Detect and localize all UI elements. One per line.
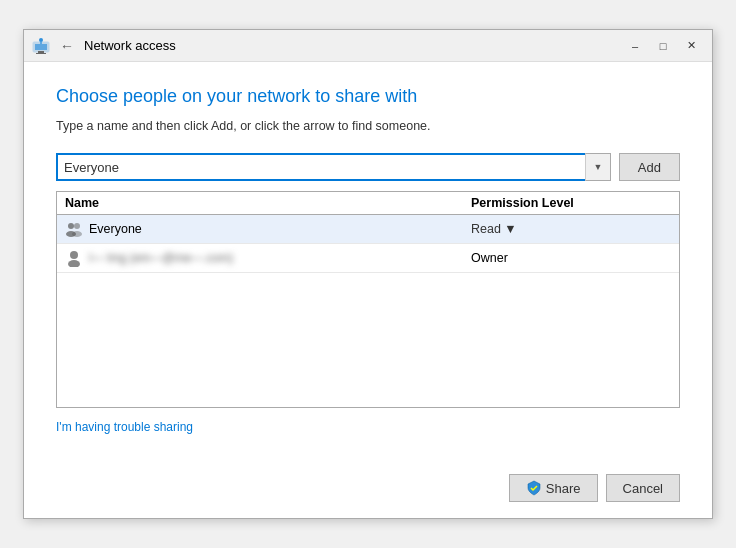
- col-name-header: Name: [65, 196, 471, 210]
- svg-point-4: [39, 38, 43, 42]
- svg-point-9: [72, 231, 82, 237]
- read-dropdown[interactable]: Read ▼: [471, 222, 517, 236]
- shield-icon: [526, 480, 542, 496]
- combobox-wrap: ▼: [56, 153, 611, 181]
- trouble-sharing-link[interactable]: I'm having trouble sharing: [56, 420, 680, 434]
- user-icon: [65, 249, 83, 267]
- user-permission: Owner: [471, 251, 671, 265]
- permissions-table: Name Permission Level Everyone Read ▼: [56, 191, 680, 408]
- share-label: Share: [546, 481, 581, 496]
- table-row: Everyone Read ▼: [57, 215, 679, 244]
- add-button[interactable]: Add: [619, 153, 680, 181]
- add-row: ▼ Add: [56, 153, 680, 181]
- share-button[interactable]: Share: [509, 474, 598, 502]
- title-bar-controls: – □ ✕: [622, 36, 704, 56]
- row-name-user: l— lmg (em—@me—.com): [65, 249, 471, 267]
- minimize-button[interactable]: –: [622, 36, 648, 56]
- title-bar-left: ← Network access: [32, 37, 176, 55]
- cancel-button[interactable]: Cancel: [606, 474, 680, 502]
- back-button[interactable]: ←: [56, 38, 78, 54]
- user-name-label: l— lmg (em—@me—.com): [89, 251, 233, 265]
- network-access-window: ← Network access – □ ✕ Choose people on …: [23, 29, 713, 519]
- window-title: Network access: [84, 38, 176, 53]
- owner-label: Owner: [471, 251, 508, 265]
- everyone-permission: Read ▼: [471, 222, 671, 236]
- svg-point-7: [74, 223, 80, 229]
- col-perm-header: Permission Level: [471, 196, 671, 210]
- svg-point-6: [68, 223, 74, 229]
- group-icon: [65, 220, 83, 238]
- window-icon: [32, 37, 50, 55]
- svg-point-10: [70, 251, 78, 259]
- table-header: Name Permission Level: [57, 192, 679, 215]
- svg-rect-2: [38, 51, 44, 53]
- title-bar: ← Network access – □ ✕: [24, 30, 712, 62]
- table-row: l— lmg (em—@me—.com) Owner: [57, 244, 679, 273]
- main-heading: Choose people on your network to share w…: [56, 86, 680, 107]
- svg-point-11: [68, 260, 80, 267]
- empty-table-space: [57, 273, 679, 353]
- person-combobox[interactable]: [56, 153, 611, 181]
- combo-dropdown-arrow[interactable]: ▼: [585, 153, 611, 181]
- maximize-button[interactable]: □: [650, 36, 676, 56]
- dialog-content: Choose people on your network to share w…: [24, 62, 712, 466]
- svg-rect-3: [36, 53, 46, 54]
- dialog-footer: Share Cancel: [24, 466, 712, 518]
- everyone-label: Everyone: [89, 222, 142, 236]
- subtext: Type a name and then click Add, or click…: [56, 119, 680, 133]
- svg-rect-1: [35, 44, 47, 50]
- close-button[interactable]: ✕: [678, 36, 704, 56]
- row-name-everyone: Everyone: [65, 220, 471, 238]
